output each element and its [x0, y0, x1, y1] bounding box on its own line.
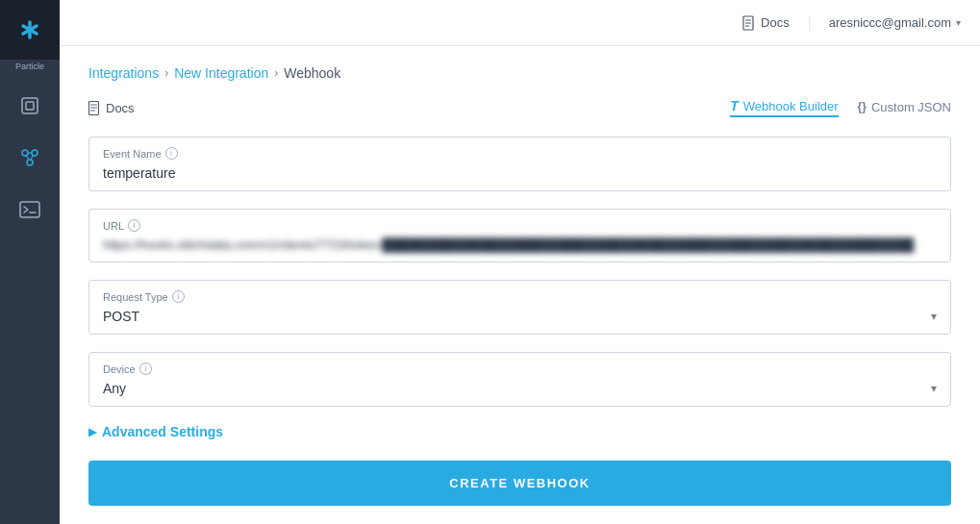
device-label: Device i	[103, 362, 937, 375]
user-email: aresniccc@gmail.com	[829, 15, 951, 30]
doc-icon	[742, 15, 756, 31]
request-type-group: Request Type i POST ▾	[88, 280, 951, 335]
advanced-settings-label: Advanced Settings	[102, 424, 223, 439]
request-type-value: POST	[103, 309, 139, 324]
main-content: Docs aresniccc@gmail.com ▾ Integrations …	[60, 0, 980, 524]
url-label: URL i	[103, 219, 937, 232]
advanced-settings-toggle[interactable]: ▶ Advanced Settings	[88, 424, 951, 439]
breadcrumb-current: Webhook	[284, 65, 340, 81]
device-info-icon: i	[139, 362, 152, 375]
event-name-value[interactable]: temperature	[103, 165, 937, 181]
event-name-field[interactable]: Event Name i temperature	[88, 137, 951, 191]
breadcrumb-new-integration[interactable]: New Integration	[174, 65, 268, 81]
terminal-icon	[19, 201, 40, 221]
svg-rect-4	[26, 102, 34, 110]
integrations-icon	[19, 147, 40, 171]
device-value: Any	[103, 381, 126, 396]
svg-point-6	[32, 150, 38, 156]
topbar-docs-label: Docs	[761, 15, 790, 30]
breadcrumb-sep-1: ›	[164, 66, 168, 80]
svg-rect-17	[89, 101, 99, 114]
event-name-label: Event Name i	[103, 147, 937, 160]
topbar: Docs aresniccc@gmail.com ▾	[60, 0, 980, 46]
sidebar-logo	[0, 0, 60, 60]
device-select[interactable]: Any ▾	[103, 381, 937, 396]
tab-custom-json[interactable]: {} Custom JSON	[858, 100, 951, 116]
event-name-info-icon: i	[165, 147, 178, 160]
svg-rect-11	[20, 202, 39, 217]
tab-json-icon: {}	[858, 100, 867, 113]
cube-icon	[19, 95, 40, 119]
content-area: Integrations › New Integration › Webhook…	[60, 46, 980, 524]
url-field[interactable]: URL i https://hooks.stitchdata.com/v1/cl…	[88, 209, 951, 262]
docs-link-label: Docs	[106, 101, 135, 115]
svg-point-5	[22, 150, 28, 156]
docs-link[interactable]: Docs	[88, 101, 135, 115]
user-dropdown-arrow: ▾	[956, 17, 961, 28]
request-type-info-icon: i	[172, 290, 185, 303]
tab-builder-icon: T	[730, 98, 739, 113]
docs-icon	[88, 101, 101, 115]
request-type-field[interactable]: Request Type i POST ▾	[88, 280, 951, 335]
url-group: URL i https://hooks.stitchdata.com/v1/cl…	[88, 209, 951, 262]
advanced-settings-chevron-icon: ▶	[88, 426, 96, 438]
svg-line-10	[31, 155, 34, 160]
topbar-docs-link[interactable]: Docs	[742, 15, 810, 31]
sidebar-item-devices[interactable]	[0, 81, 60, 133]
tab-json-label: Custom JSON	[871, 100, 951, 114]
create-webhook-button[interactable]: CREATE WEBHOOK	[88, 461, 951, 506]
event-name-group: Event Name i temperature	[88, 137, 951, 191]
breadcrumb-sep-2: ›	[274, 66, 278, 80]
tab-webhook-builder[interactable]: T Webhook Builder	[730, 98, 838, 117]
breadcrumb-integrations[interactable]: Integrations	[88, 65, 159, 81]
request-type-label: Request Type i	[103, 290, 937, 303]
sidebar-item-integrations[interactable]	[0, 133, 60, 185]
svg-line-9	[27, 155, 30, 160]
toolbar-row: Docs T Webhook Builder {} Custom JSON	[88, 98, 951, 117]
particle-logo-icon	[16, 16, 43, 43]
brand-label: Particle	[15, 62, 44, 71]
tab-bar: T Webhook Builder {} Custom JSON	[730, 98, 951, 117]
sidebar: Particle	[0, 0, 60, 524]
topbar-user[interactable]: aresniccc@gmail.com ▾	[829, 15, 961, 30]
breadcrumb: Integrations › New Integration › Webhook	[88, 65, 951, 81]
device-dropdown-arrow: ▾	[931, 382, 937, 395]
device-group: Device i Any ▾	[88, 352, 951, 407]
sidebar-item-console[interactable]	[0, 185, 60, 237]
url-info-icon: i	[128, 219, 140, 232]
request-type-select[interactable]: POST ▾	[103, 309, 937, 324]
url-value[interactable]: https://hooks.stitchdata.com/v1/clients/…	[103, 237, 937, 252]
request-type-dropdown-arrow: ▾	[931, 310, 937, 323]
svg-rect-3	[22, 98, 38, 113]
tab-builder-label: Webhook Builder	[743, 99, 839, 113]
svg-point-7	[27, 160, 33, 165]
device-field[interactable]: Device i Any ▾	[88, 352, 951, 407]
